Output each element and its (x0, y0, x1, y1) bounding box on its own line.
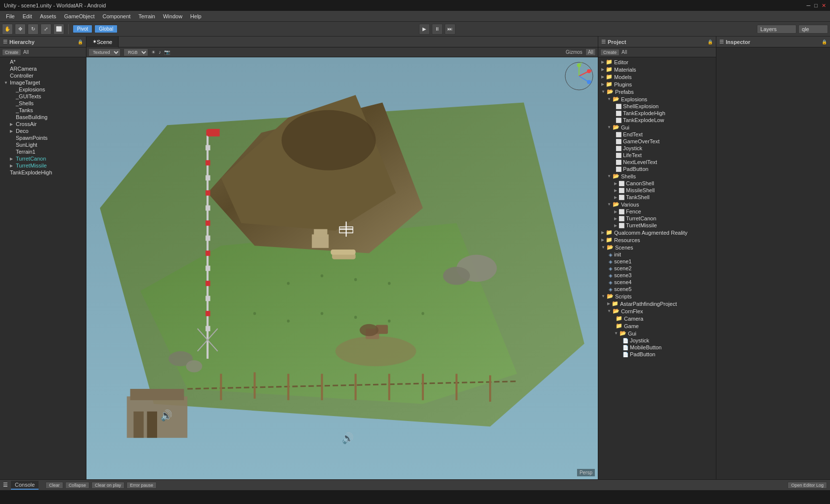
pivot-toggle[interactable]: Pivot (73, 25, 92, 33)
proj-item-prefabs[interactable]: ▼ 📂 Prefabs (598, 88, 716, 95)
menu-help[interactable]: Help (186, 12, 206, 20)
proj-item-prefabs-explosions[interactable]: ▼ 📂 Explosions (598, 95, 716, 103)
proj-item-gameovertext[interactable]: ⬜ GameOverText (598, 138, 716, 145)
proj-item-scene4[interactable]: ◈ scene4 (598, 279, 716, 286)
scene-viewport[interactable]: 🔊 🔊 Persp Y X (86, 57, 598, 479)
pivot-btn[interactable]: Pivot (73, 25, 92, 33)
proj-item-gui-scripts[interactable]: ▼ 📂 Gui (598, 330, 716, 337)
tree-item-tankexplodehigh[interactable]: TankExplodeHigh (0, 169, 86, 176)
pause-btn[interactable]: ⏸ (432, 24, 443, 35)
tree-item-guitexts[interactable]: _GUITexts (0, 93, 86, 100)
tree-item-astar[interactable]: A* (0, 58, 86, 65)
proj-item-editor[interactable]: ▶ 📁 Editor (598, 58, 716, 66)
proj-item-shellexplosion[interactable]: ⬜ ShellExplosion (598, 103, 716, 110)
all-dropdown[interactable]: All (585, 48, 596, 56)
tree-item-terrain1[interactable]: Terrain1 (0, 148, 86, 155)
menu-edit[interactable]: Edit (19, 12, 36, 20)
proj-item-padbutton-scripts[interactable]: 📄 PadButton (598, 351, 716, 358)
scene-tab[interactable]: ✶ Scene (86, 37, 119, 47)
tree-item-basebuilding[interactable]: BaseBuilding (0, 114, 86, 121)
layout-dropdown[interactable]: qle (798, 25, 828, 34)
color-mode-select[interactable]: RGB (124, 48, 148, 56)
tree-item-sunlight[interactable]: SunLight (0, 141, 86, 148)
proj-item-game-scripts[interactable]: 📁 Game (598, 322, 716, 330)
move-tool-btn[interactable]: ✥ (15, 24, 26, 35)
proj-item-cornflex[interactable]: ▼ 📂 CornFlex (598, 307, 716, 315)
tree-item-imagetarget[interactable]: ▼ ImageTarget (0, 79, 86, 86)
tree-item-explosions[interactable]: _Explosions (0, 86, 86, 93)
menu-component[interactable]: Component (98, 12, 134, 20)
play-btn[interactable]: ▶ (419, 24, 430, 35)
proj-item-missileshell[interactable]: ▶ ⬜ MissileShell (598, 187, 716, 194)
hierarchy-create-btn[interactable]: Create (2, 49, 21, 56)
console-tab[interactable]: Console (11, 481, 39, 490)
tree-item-spawnpoints[interactable]: SpawnPoints (0, 134, 86, 141)
proj-item-models[interactable]: ▶ 📁 Models (598, 73, 716, 81)
step-btn[interactable]: ⏭ (445, 24, 456, 35)
tree-item-tanks[interactable]: _Tanks (0, 107, 86, 114)
tree-item-turretcanon[interactable]: ▶ TurretCanon (0, 155, 86, 162)
proj-item-tankexplodelow[interactable]: ⬜ TankExplodeLow (598, 117, 716, 124)
proj-item-astar[interactable]: ▶ 📁 AstarPathfindingProject (598, 300, 716, 307)
close-btn[interactable]: ✕ (822, 2, 826, 9)
global-toggle[interactable]: Global (94, 25, 118, 33)
proj-item-prefabs-gui[interactable]: ▼ 📂 Gui (598, 124, 716, 131)
tree-item-arcamera[interactable]: ARCamera (0, 65, 86, 72)
proj-item-endtext[interactable]: ⬜ EndText (598, 131, 716, 138)
proj-item-nextleveltext[interactable]: ⬜ NextLevelText (598, 159, 716, 166)
proj-item-prefabs-various[interactable]: ▼ 📂 Various (598, 201, 716, 208)
proj-item-camera-scripts[interactable]: 📁 Camera (598, 315, 716, 322)
menu-window[interactable]: Window (159, 12, 186, 20)
inspector-lock-icon[interactable]: 🔒 (822, 40, 827, 44)
open-editor-log-btn[interactable]: Open Editor Log (788, 482, 827, 489)
proj-item-padbutton-gui[interactable]: ⬜ PadButton (598, 166, 716, 172)
proj-item-scene2[interactable]: ◈ scene2 (598, 265, 716, 272)
proj-item-mobilebutton[interactable]: 📄 MobileButton (598, 344, 716, 351)
proj-item-qualcomm[interactable]: ▶ 📁 Qualcomm Augmented Reality (598, 229, 716, 236)
proj-item-joystick-scripts[interactable]: 📄 Joystick (598, 337, 716, 344)
menu-file[interactable]: File (2, 12, 19, 20)
proj-item-fence[interactable]: ▶ ⬜ Fence (598, 208, 716, 215)
scale-tool-btn[interactable]: ⤢ (41, 24, 51, 35)
hierarchy-all-btn[interactable]: All (23, 49, 29, 55)
hand-tool-btn[interactable]: ✋ (2, 24, 13, 35)
proj-item-plugins[interactable]: ▶ 📁 Plugins (598, 81, 716, 88)
proj-item-turretmissile-various[interactable]: ▶ ⬜ TurretMissile (598, 222, 716, 229)
console-collapse-btn[interactable]: Collapse (65, 482, 89, 489)
proj-item-scenes[interactable]: ▼ 📂 Scenes (598, 244, 716, 251)
proj-item-scene-init[interactable]: ◈ init (598, 251, 716, 258)
proj-item-scripts[interactable]: ▼ 📂 Scripts (598, 293, 716, 300)
proj-item-canonshell[interactable]: ▶ ⬜ CanonShell (598, 180, 716, 187)
menu-terrain[interactable]: Terrain (134, 12, 159, 20)
minimize-btn[interactable]: ─ (807, 2, 811, 9)
project-create-btn[interactable]: Create (600, 49, 620, 56)
proj-item-turretcanon-various[interactable]: ▶ ⬜ TurretCanon (598, 215, 716, 222)
gizmos-btn[interactable]: Gizmos (566, 49, 582, 55)
global-btn[interactable]: Global (95, 25, 117, 33)
proj-item-resources[interactable]: ▶ 📁 Resources (598, 236, 716, 244)
project-all-btn[interactable]: All (622, 49, 627, 55)
maximize-btn[interactable]: □ (814, 2, 818, 9)
proj-item-prefabs-shells[interactable]: ▼ 📂 Shells (598, 172, 716, 180)
proj-item-scene5[interactable]: ◈ scene5 (598, 286, 716, 293)
menu-assets[interactable]: Assets (36, 12, 60, 20)
proj-item-materials[interactable]: ▶ 📁 Materials (598, 66, 716, 73)
console-clear-btn[interactable]: Clear (45, 482, 63, 489)
display-mode-select[interactable]: Textured (88, 48, 121, 56)
tree-item-crossair[interactable]: ▶ CrossAir (0, 121, 86, 127)
proj-item-scene3[interactable]: ◈ scene3 (598, 272, 716, 279)
console-clear-on-play-btn[interactable]: Clear on play (91, 482, 124, 489)
console-error-pause-btn[interactable]: Error pause (126, 482, 157, 489)
tree-item-deco[interactable]: ▶ Deco (0, 127, 86, 134)
proj-item-tankexplodehigh[interactable]: ⬜ TankExplodeHigh (598, 110, 716, 117)
hierarchy-lock-icon[interactable]: 🔒 (78, 40, 83, 44)
proj-item-scene1[interactable]: ◈ scene1 (598, 258, 716, 265)
tree-item-controller[interactable]: Controller (0, 72, 86, 79)
project-lock-icon[interactable]: 🔒 (707, 40, 713, 44)
tree-item-shells[interactable]: _Shells (0, 100, 86, 107)
layers-dropdown[interactable]: Layers (757, 25, 796, 34)
proj-item-joystick-gui[interactable]: ⬜ Joystick (598, 145, 716, 152)
menu-gameobject[interactable]: GameObject (60, 12, 99, 20)
proj-item-tankshell[interactable]: ▶ ⬜ TankShell (598, 194, 716, 201)
rotate-tool-btn[interactable]: ↻ (28, 24, 39, 35)
